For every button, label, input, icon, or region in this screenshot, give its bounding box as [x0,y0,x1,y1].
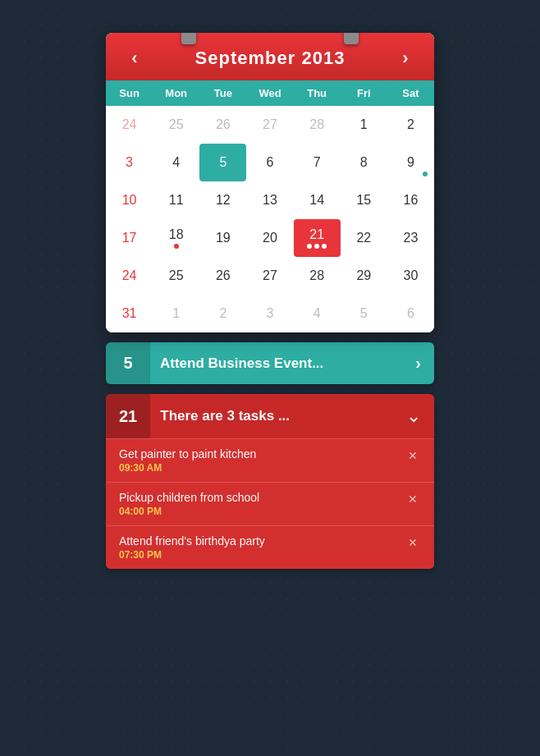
day-header-sat: Sat [387,80,434,106]
calendar-day-6[interactable]: 6 [246,144,293,181]
calendar-day-21[interactable]: 21 [294,219,341,257]
calendar-day[interactable]: 6 [387,295,434,332]
calendar-grid: 24 25 26 27 28 1 2 3 4 5 6 7 8 9 10 11 1… [106,106,434,332]
event-dot [314,244,319,249]
calendar-day-14[interactable]: 14 [294,181,341,219]
calendar-day[interactable]: 2 [199,295,246,332]
calendar-day-15[interactable]: 15 [341,181,387,219]
calendar-day-25[interactable]: 25 [153,257,199,295]
day-header-sun: Sun [106,80,153,106]
event-panel-title: Attend Business Event... [150,344,402,383]
calendar-title: September 2013 [195,48,346,69]
calendar-day-28[interactable]: 28 [294,257,341,295]
task-name-3: Attend friend's birthdya party [119,534,405,548]
day-header-thu: Thu [294,80,341,106]
event-dots-21 [307,244,327,249]
calendar-day[interactable]: 28 [294,106,341,144]
event-dot [423,172,428,176]
calendar-day-13[interactable]: 13 [246,181,293,219]
calendar-day[interactable]: 3 [246,295,293,332]
day-header-tue: Tue [199,80,246,106]
calendar-day-2[interactable]: 2 [387,106,434,144]
calendar-day[interactable]: 24 [106,106,153,144]
calendar-rings [106,33,434,44]
task-content-2: Pickup children from school 04:00 PM [119,491,405,517]
task-name-2: Pickup children from school [119,491,405,504]
task-time-2: 04:00 PM [119,506,405,517]
tasks-panel-title: There are 3 tasks ... [150,396,393,436]
calendar-day[interactable]: 4 [294,295,341,332]
ring-right [344,33,359,44]
calendar-day-9[interactable]: 9 [387,144,434,181]
event-dot [322,244,327,249]
event-panel-teal[interactable]: 5 Attend Business Event... › [106,342,434,384]
task-time-3: 07:30 PM [119,549,405,561]
task-content-3: Attend friend's birthdya party 07:30 PM [119,534,405,561]
calendar-day-8[interactable]: 8 [341,144,387,181]
task-name-1: Get painter to paint kitchen [119,447,405,460]
calendar-day-29[interactable]: 29 [341,257,387,295]
calendar-day-17[interactable]: 17 [106,219,153,257]
day-header-wed: Wed [246,80,293,106]
event-panel-arrow-icon[interactable]: › [402,342,434,384]
calendar-day-7[interactable]: 7 [294,144,341,181]
ring-left [181,33,196,44]
calendar-day-30[interactable]: 30 [387,257,434,295]
calendar-day-16[interactable]: 16 [387,181,434,219]
calendar-day[interactable]: 5 [341,295,387,332]
task-item-1: Get painter to paint kitchen 09:30 AM ✕ [106,438,434,482]
calendar-day[interactable]: 1 [153,295,199,332]
calendar-day-10[interactable]: 10 [106,181,153,219]
task-close-button-1[interactable]: ✕ [405,447,421,464]
calendar-card: ‹ September 2013 › Sun Mon Tue Wed Thu F… [106,33,434,332]
calendar-day-3[interactable]: 3 [106,144,153,181]
task-item-3: Attend friend's birthdya party 07:30 PM … [106,525,434,569]
calendar-day-12[interactable]: 12 [199,181,246,219]
calendar-day[interactable]: 26 [199,106,246,144]
calendar-day-5[interactable]: 5 [199,144,246,181]
event-dot [307,244,312,249]
next-month-button[interactable]: › [393,48,418,69]
task-close-button-3[interactable]: ✕ [405,534,421,551]
calendar-day-24[interactable]: 24 [106,257,153,295]
calendar-day-22[interactable]: 22 [341,219,387,257]
day-header-fri: Fri [341,80,387,106]
event-date-badge: 5 [106,342,150,384]
calendar-widget: ‹ September 2013 › Sun Mon Tue Wed Thu F… [106,33,434,569]
calendar-day-18[interactable]: 18 [153,219,199,257]
task-item-2: Pickup children from school 04:00 PM ✕ [106,482,434,525]
calendar-day[interactable]: 25 [153,106,199,144]
event-dots-18 [174,244,179,249]
calendar-day-1[interactable]: 1 [341,106,387,144]
tasks-date-badge: 21 [106,394,150,438]
day-header-mon: Mon [153,80,199,106]
calendar-day-4[interactable]: 4 [153,144,199,181]
calendar-day-20[interactable]: 20 [246,219,293,257]
calendar-day-26[interactable]: 26 [199,257,246,295]
task-content-1: Get painter to paint kitchen 09:30 AM [119,447,405,474]
tasks-panel: 21 There are 3 tasks ... ⌄ Get painter t… [106,394,434,569]
calendar-day-31[interactable]: 31 [106,295,153,332]
event-dot [174,244,179,249]
calendar-day-27[interactable]: 27 [246,257,293,295]
tasks-header[interactable]: 21 There are 3 tasks ... ⌄ [106,394,434,438]
calendar-day-11[interactable]: 11 [153,181,199,219]
tasks-chevron-icon[interactable]: ⌄ [393,394,434,438]
task-close-button-2[interactable]: ✕ [405,491,421,507]
task-time-1: 09:30 AM [119,462,405,474]
calendar-day[interactable]: 27 [246,106,293,144]
calendar-day-19[interactable]: 19 [199,219,246,257]
day-headers-row: Sun Mon Tue Wed Thu Fri Sat [106,80,434,106]
calendar-day-23[interactable]: 23 [387,219,434,257]
prev-month-button[interactable]: ‹ [122,48,147,69]
